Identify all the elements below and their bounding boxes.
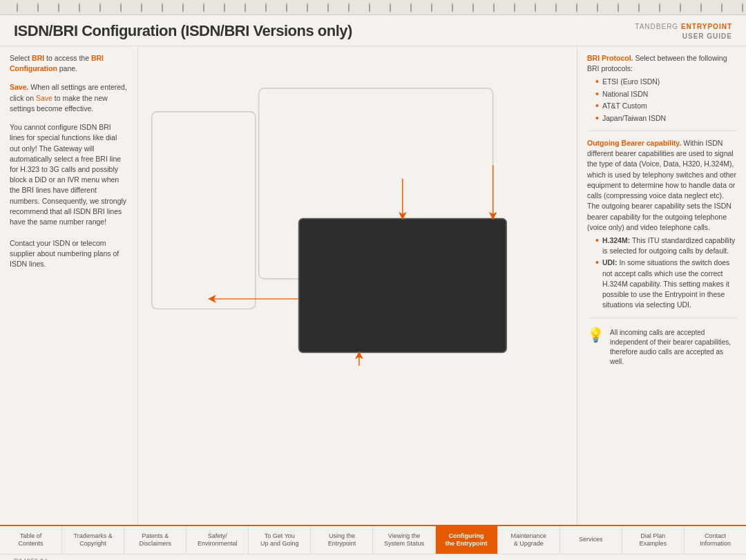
- spiral-hole: [79, 3, 80, 12]
- spiral-hole: [99, 3, 101, 12]
- svg-rect-2: [299, 219, 506, 353]
- spiral-hole: [37, 3, 39, 12]
- spiral-hole: [224, 3, 225, 12]
- bullet-text: National ISDN: [602, 89, 649, 99]
- bullet-icon: •: [595, 235, 599, 246]
- tab-patents[interactable]: Patents &Disclaimers: [124, 526, 186, 554]
- device-area: [145, 53, 570, 518]
- save-note: Save. When all settings are entered, cli…: [10, 82, 128, 114]
- list-item: • Japan/Taiwan ISDN: [595, 113, 736, 124]
- list-item: • ETSI (Euro ISDN): [595, 77, 736, 87]
- bullet-text: Japan/Taiwan ISDN: [602, 113, 666, 124]
- spiral-hole: [472, 3, 474, 12]
- tab-get-you-going[interactable]: To Get YouUp and Going: [249, 526, 311, 554]
- brand-logo: TANDBERG ENTRYPOINT USER GUIDE: [635, 22, 732, 41]
- bri-protocol-label: BRI Protocol.: [587, 54, 633, 62]
- bullet-icon: •: [595, 89, 599, 99]
- outgoing-bearer-section: Outgoing Bearer capability. Within ISDN …: [587, 138, 736, 318]
- tip-section: 💡 All incoming calls are accepted indepe…: [587, 325, 736, 369]
- spiral-hole: [182, 3, 184, 12]
- spiral-hole: [742, 3, 743, 12]
- left-panel: Select BRI to access the BRI Configurati…: [0, 46, 138, 525]
- bri-access-note: Select BRI to access the BRI Configurati…: [10, 53, 128, 74]
- spiral-hole: [700, 3, 702, 12]
- spiral-hole: [369, 3, 370, 12]
- bullet-text: AT&T Custom: [602, 101, 647, 111]
- save-link: Save: [36, 94, 52, 102]
- tab-configuring[interactable]: Configuringthe Entrypoint: [436, 526, 498, 554]
- list-item: • AT&T Custom: [595, 101, 736, 111]
- outgoing-bearer-label: Outgoing Bearer capability.: [587, 139, 681, 147]
- tip-text: All incoming calls are accepted independ…: [610, 328, 736, 367]
- bullet-icon: •: [595, 77, 599, 87]
- brand-name-part1: TANDBERG: [635, 23, 681, 30]
- spiral-hole: [265, 3, 267, 12]
- spiral-hole: [597, 3, 598, 12]
- svg-rect-1: [259, 88, 493, 279]
- bullet-text: H.324M: This ITU standardized capability…: [602, 235, 736, 256]
- bri-protocol-section: BRI Protocol. Select between the followi…: [587, 53, 736, 131]
- spiral-hole: [514, 3, 515, 12]
- svg-rect-0: [152, 112, 256, 309]
- spiral-hole: [493, 3, 495, 12]
- spiral-hole: [410, 3, 412, 12]
- spiral-hole: [721, 3, 723, 12]
- list-item: • H.324M: This ITU standardized capabili…: [595, 235, 736, 256]
- page-title: ISDN/BRI Configuration (ISDN/BRI Version…: [14, 22, 352, 40]
- tab-using-entrypoint[interactable]: Using theEntrypoint: [311, 526, 373, 554]
- bullet-icon: •: [595, 258, 599, 268]
- bri-contact-text: Contact your ISDN or telecom supplier ab…: [10, 239, 119, 268]
- right-panel: BRI Protocol. Select between the followi…: [577, 46, 746, 525]
- tab-table-of-contents[interactable]: Table ofContents: [0, 526, 62, 554]
- brand-guide: USER GUIDE: [635, 32, 732, 41]
- bullet-text: UDI: In some situations the switch does …: [602, 258, 736, 310]
- center-panel: [138, 46, 577, 525]
- list-item: • UDI: In some situations the switch doe…: [595, 258, 736, 310]
- spiral-hole: [120, 3, 122, 12]
- brand-name-part2: ENTRYPOINT: [681, 23, 732, 30]
- spiral-hole: [680, 3, 681, 12]
- tab-safety[interactable]: Safety/Environmental: [186, 526, 249, 554]
- spiral-hole: [141, 3, 142, 12]
- spiral-hole: [286, 3, 287, 12]
- tab-trademarks[interactable]: Trademarks &Copyright: [62, 526, 124, 554]
- spiral-hole: [307, 3, 308, 12]
- bri-protocol-text: BRI Protocol. Select between the followi…: [587, 53, 736, 74]
- spiral-hole: [390, 3, 391, 12]
- spiral-hole: [17, 3, 18, 12]
- bullet-icon: •: [595, 113, 599, 124]
- spiral-binding: [0, 0, 746, 15]
- tab-dial-plan[interactable]: Dial PlanExamples: [622, 526, 685, 554]
- list-item: • National ISDN: [595, 89, 736, 99]
- bullet-icon: •: [595, 101, 599, 111]
- spiral-hole: [245, 3, 246, 12]
- bri-link1: BRI: [32, 54, 44, 62]
- spiral-hole: [638, 3, 640, 12]
- spiral-hole: [162, 3, 163, 12]
- spiral-hole: [348, 3, 350, 12]
- callout-arrows: [145, 53, 570, 518]
- spiral-hole: [535, 3, 536, 12]
- tab-contact-info[interactable]: ContactInformation: [685, 526, 746, 554]
- spiral-hole: [431, 3, 432, 12]
- tip-icon: 💡: [587, 328, 604, 342]
- bri-warning-text: You cannot configure ISDN BRI lines for …: [10, 123, 126, 226]
- outgoing-bearer-text: Outgoing Bearer capability. Within ISDN …: [587, 138, 736, 233]
- spiral-hole: [203, 3, 204, 12]
- outgoing-bearer-desc: Within ISDN different bearer capabilitie…: [587, 139, 736, 231]
- bri-protocol-bullets: • ETSI (Euro ISDN) • National ISDN • AT&…: [595, 77, 736, 124]
- save-label: Save.: [10, 83, 28, 91]
- tab-viewing-status[interactable]: Viewing theSystem Status: [373, 526, 435, 554]
- spiral-hole: [327, 3, 329, 12]
- bullet-text: ETSI (Euro ISDN): [602, 77, 660, 87]
- bri-access-text-after: pane.: [57, 64, 77, 73]
- bri-access-text-before: Select: [10, 54, 32, 62]
- spiral-hole: [452, 3, 453, 12]
- bri-warning: You cannot configure ISDN BRI lines for …: [10, 122, 128, 269]
- spiral-hole: [659, 3, 660, 12]
- spiral-hole: [555, 3, 557, 12]
- page-header: ISDN/BRI Configuration (ISDN/BRI Version…: [0, 15, 746, 46]
- tab-services[interactable]: Services: [560, 526, 622, 554]
- tab-maintenance[interactable]: Maintenance& Upgrade: [498, 526, 560, 554]
- bottom-bar: D14050.0410.2007 31 TANDBERG: [0, 554, 746, 560]
